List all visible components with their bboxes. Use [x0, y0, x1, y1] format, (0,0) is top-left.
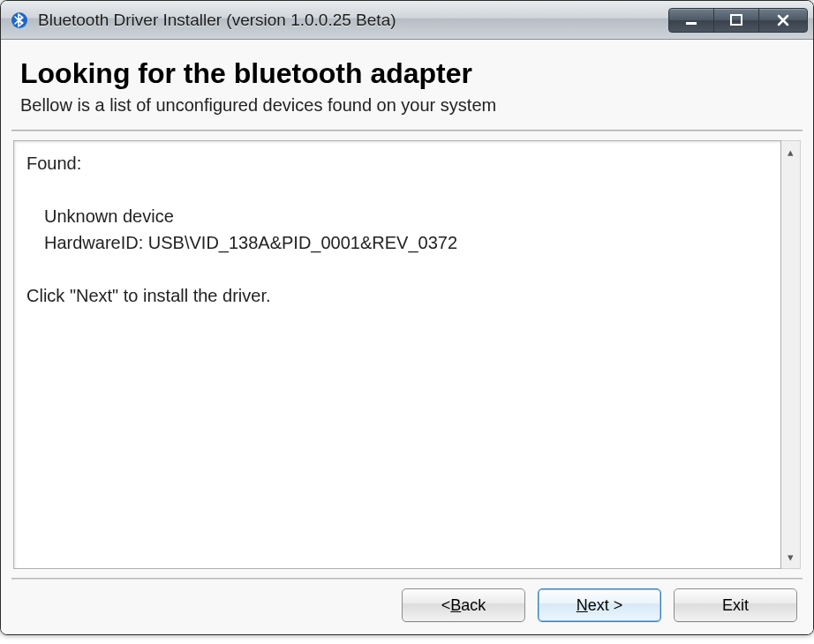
svg-rect-1	[686, 22, 697, 25]
scrollbar[interactable]: ▴ ▾	[781, 140, 801, 569]
page-subtitle: Bellow is a list of unconfigured devices…	[20, 95, 794, 116]
maximize-button[interactable]	[713, 8, 759, 33]
scroll-down-icon[interactable]: ▾	[788, 551, 794, 563]
page-title: Looking for the bluetooth adapter	[20, 57, 794, 90]
divider	[11, 578, 803, 580]
instruction-text: Click "Next" to install the driver.	[26, 282, 768, 309]
wizard-buttons: < Back Next > Exit	[8, 588, 806, 625]
back-button-rest: ack	[461, 596, 486, 615]
client-area: Looking for the bluetooth adapter Bellow…	[1, 40, 813, 634]
hardware-id-label: HardwareID:	[44, 233, 143, 252]
title-bar[interactable]: Bluetooth Driver Installer (version 1.0.…	[1, 1, 813, 40]
close-button[interactable]	[758, 8, 808, 33]
wizard-header: Looking for the bluetooth adapter Bellow…	[8, 45, 806, 130]
installer-window: Bluetooth Driver Installer (version 1.0.…	[0, 0, 814, 635]
back-button[interactable]: < Back	[402, 588, 525, 622]
found-label: Found:	[26, 150, 768, 176]
minimize-button[interactable]	[668, 8, 714, 33]
results-panel: Found: Unknown device HardwareID: USB\VI…	[13, 140, 801, 569]
divider	[11, 130, 803, 131]
scroll-up-icon[interactable]: ▴	[788, 146, 794, 158]
back-button-prefix: <	[441, 596, 451, 615]
back-button-mnemonic: B	[450, 596, 461, 615]
next-button[interactable]: Next >	[538, 588, 661, 622]
bluetooth-icon	[10, 11, 29, 30]
hardware-id-line: HardwareID: USB\VID_138A&PID_0001&REV_03…	[26, 229, 768, 256]
hardware-id-value: USB\VID_138A&PID_0001&REV_0372	[148, 233, 457, 252]
results-text: Found: Unknown device HardwareID: USB\VI…	[13, 140, 781, 569]
window-title: Bluetooth Driver Installer (version 1.0.…	[38, 11, 669, 30]
device-name: Unknown device	[26, 203, 768, 229]
window-controls	[669, 8, 808, 33]
exit-button[interactable]: Exit	[674, 588, 797, 622]
svg-rect-2	[731, 15, 742, 25]
exit-button-label: Exit	[722, 596, 749, 615]
next-button-rest: ext >	[588, 596, 623, 615]
next-button-mnemonic: N	[577, 596, 588, 615]
